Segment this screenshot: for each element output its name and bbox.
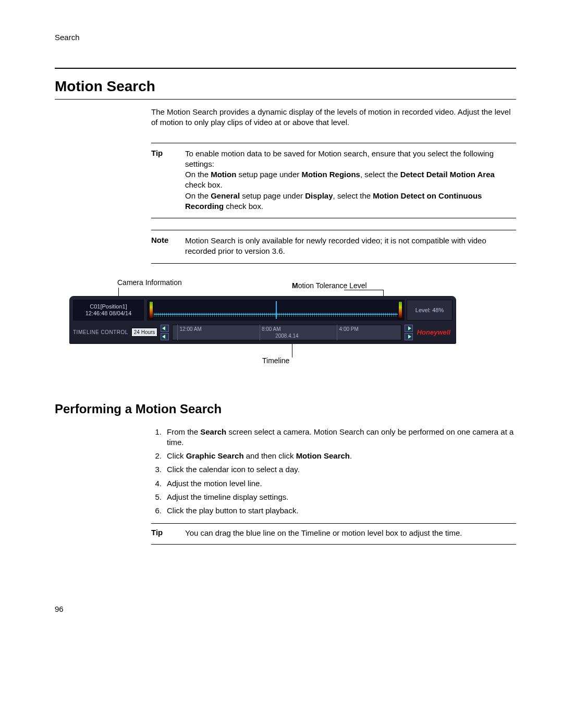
figure-callout-motion-level: Motion Tolerance Level	[292, 281, 367, 290]
motion-search-toolbar: C01[Position1] 12:46:48 08/04/14 Level: …	[69, 296, 456, 344]
tip-label: Tip	[151, 149, 185, 212]
tip-line2: On the Motion setup page under Motion Re…	[185, 169, 516, 191]
list-item: 1. From the Search screen select a camer…	[151, 427, 516, 448]
section-rule-top	[55, 68, 516, 69]
timeline-date-label: 2008.4.14	[275, 333, 299, 339]
timeline-rewind-button[interactable]	[161, 333, 169, 340]
step-text: From the Search screen select a camera. …	[167, 427, 516, 448]
section-rule-under	[55, 99, 516, 100]
camera-info-box[interactable]: C01[Position1] 12:46:48 08/04/14	[73, 300, 144, 320]
tip-body: To enable motion data to be saved for Mo…	[185, 149, 516, 212]
timeline-tick-label: 12:00 AM	[179, 326, 201, 332]
tip-line1: To enable motion data to be saved for Mo…	[185, 149, 516, 170]
motion-waveform	[154, 313, 398, 317]
figure-callout-timeline: Timeline	[262, 356, 289, 365]
motion-scale-left-icon	[149, 301, 153, 319]
motion-level-track[interactable]	[147, 300, 405, 320]
figure-leader-line	[344, 290, 383, 290]
brand-logo: Honeywell	[416, 328, 452, 336]
timeline-nav-next-group	[405, 325, 413, 340]
timeline-nav-prev-group	[161, 325, 169, 340]
figure-callout-camera-info: Camera Information	[117, 278, 182, 287]
page-number: 96	[55, 604, 64, 613]
list-item: 3. Click the calendar icon to select a d…	[151, 464, 516, 475]
step-number: 3.	[151, 464, 167, 475]
document-page: Search Motion Search The Motion Search p…	[0, 0, 563, 728]
intro-paragraph: The Motion Search provides a dynamic dis…	[151, 107, 516, 128]
camera-timestamp: 12:46:48 08/04/14	[74, 310, 143, 316]
list-item: 4. Adjust the motion level line.	[151, 478, 516, 489]
steps-list: 1. From the Search screen select a camer…	[151, 427, 516, 516]
step-text: Click Graphic Search and then click Moti…	[167, 451, 352, 461]
note-label: Note	[151, 236, 185, 257]
timeline-range-select[interactable]: 24 Hours	[131, 328, 158, 337]
step-text: Click the play button to start playback.	[167, 505, 299, 516]
subsection-title: Performing a Motion Search	[55, 402, 516, 416]
timeline-forward-button[interactable]	[405, 333, 413, 340]
tip-body: You can drag the blue line on the Timeli…	[185, 528, 516, 538]
camera-id: C01[Position1]	[74, 303, 143, 310]
step-text: Adjust the timeline display settings.	[167, 492, 288, 502]
step-number: 6.	[151, 505, 167, 516]
step-number: 1.	[151, 427, 167, 448]
figure-leader-line	[292, 344, 292, 357]
list-item: 6. Click the play button to start playba…	[151, 505, 516, 516]
step-text: Click the calendar icon to select a day.	[167, 464, 300, 475]
tip-label: Tip	[151, 528, 185, 538]
timeline-tick-label: 8:00 AM	[262, 326, 281, 332]
step-number: 4.	[151, 478, 167, 489]
note-body: Motion Search is only available for newl…	[185, 236, 516, 257]
timeline-next-button[interactable]	[405, 325, 413, 332]
tip-line3: On the General setup page under Display,…	[185, 191, 516, 212]
section-title: Motion Search	[55, 78, 516, 95]
figure-leader-line	[118, 288, 119, 296]
tip-callout-2: Tip You can drag the blue line on the Ti…	[151, 523, 516, 544]
timeline-prev-button[interactable]	[161, 325, 169, 332]
motion-scale-right-icon	[398, 301, 402, 319]
list-item: 5. Adjust the timeline display settings.	[151, 492, 516, 502]
step-number: 2.	[151, 451, 167, 461]
timeline-tick-label: 4:00 PM	[339, 326, 359, 332]
list-item: 2. Click Graphic Search and then click M…	[151, 451, 516, 461]
toolbar-top-row: C01[Position1] 12:46:48 08/04/14 Level: …	[70, 297, 456, 322]
timeline[interactable]: 12:00 AM 8:00 AM 4:00 PM 2008.4.14	[172, 325, 401, 340]
tip-callout: Tip To enable motion data to be saved fo…	[151, 143, 516, 219]
step-text: Adjust the motion level line.	[167, 478, 262, 489]
figure-motion-search-ui: Camera Information Motion Tolerance Leve…	[55, 278, 516, 380]
breadcrumb: Search	[55, 0, 516, 42]
toolbar-bottom-row: TIMELINE CONTROL 24 Hours 12:00 AM 8:00 …	[70, 322, 456, 343]
motion-level-readout: Level: 48%	[407, 300, 452, 320]
timeline-control-label: TIMELINE CONTROL	[73, 329, 128, 335]
note-callout: Note Motion Search is only available for…	[151, 230, 516, 264]
step-number: 5.	[151, 492, 167, 502]
